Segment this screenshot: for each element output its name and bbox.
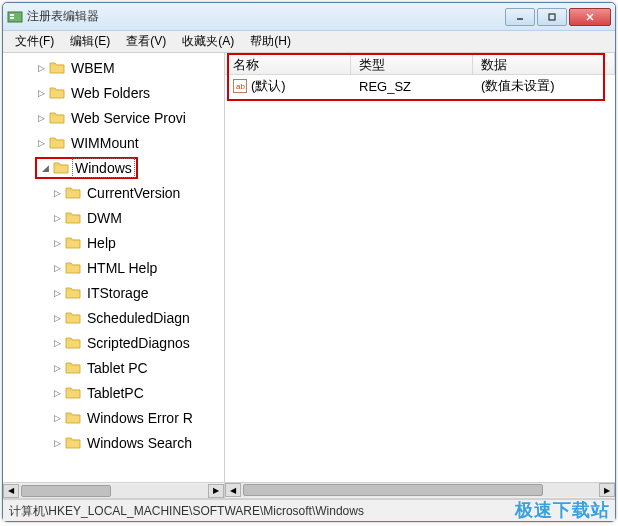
scroll-thumb[interactable] (243, 484, 543, 496)
svg-rect-1 (10, 14, 14, 16)
tree-item[interactable]: ▷WIMMount (3, 130, 224, 155)
window-controls (505, 8, 611, 26)
tree-item-label: TabletPC (85, 384, 146, 402)
expand-icon[interactable]: ▷ (35, 62, 47, 74)
scroll-right-arrow[interactable]: ▶ (599, 483, 615, 497)
folder-icon (65, 360, 81, 376)
tree-item-label: Windows Search (85, 434, 194, 452)
expand-icon[interactable]: ▷ (35, 87, 47, 99)
tree-item[interactable]: ▷ScheduledDiagn (3, 305, 224, 330)
folder-icon (65, 310, 81, 326)
maximize-button[interactable] (537, 8, 567, 26)
expand-icon[interactable]: ▷ (35, 137, 47, 149)
tree-pane: ▷WBEM▷Web Folders▷Web Service Provi▷WIMM… (3, 53, 225, 498)
tree-item[interactable]: ▷ScriptedDiagnos (3, 330, 224, 355)
menu-favorites[interactable]: 收藏夹(A) (174, 31, 242, 52)
tree-item[interactable]: ▷Web Service Provi (3, 105, 224, 130)
expand-icon[interactable]: ▷ (51, 387, 63, 399)
scroll-track[interactable] (241, 483, 599, 497)
close-button[interactable] (569, 8, 611, 26)
list-header: 名称 类型 数据 (225, 53, 615, 75)
scroll-thumb[interactable] (21, 485, 111, 497)
col-data[interactable]: 数据 (473, 53, 615, 74)
tree-item-label: ScriptedDiagnos (85, 334, 192, 352)
window-title: 注册表编辑器 (27, 8, 505, 25)
tree-item-label: Windows (73, 159, 134, 177)
collapse-icon[interactable]: ◢ (39, 162, 51, 174)
folder-icon (65, 335, 81, 351)
scroll-left-arrow[interactable]: ◀ (3, 484, 19, 498)
folder-icon (49, 85, 65, 101)
svg-rect-4 (549, 14, 555, 20)
cell-name: ab(默认) (225, 75, 351, 97)
svg-text:ab: ab (236, 82, 245, 91)
list-body[interactable]: ab(默认)REG_SZ(数值未设置) (225, 75, 615, 482)
titlebar[interactable]: 注册表编辑器 (3, 3, 615, 31)
tree-body[interactable]: ▷WBEM▷Web Folders▷Web Service Provi▷WIMM… (3, 53, 224, 482)
tree-item-label: Web Folders (69, 84, 152, 102)
col-name[interactable]: 名称 (225, 53, 351, 74)
tree-item[interactable]: ▷Windows Error R (3, 405, 224, 430)
tree-item[interactable]: ▷CurrentVersion (3, 180, 224, 205)
string-value-icon: ab (233, 79, 247, 93)
expand-icon[interactable]: ▷ (51, 337, 63, 349)
tree-item[interactable]: ▷ITStorage (3, 280, 224, 305)
expand-icon[interactable]: ▷ (51, 312, 63, 324)
app-icon (7, 9, 23, 25)
tree-item[interactable]: ▷Help (3, 230, 224, 255)
expand-icon[interactable]: ▷ (51, 362, 63, 374)
folder-icon (65, 260, 81, 276)
folder-icon (49, 110, 65, 126)
tree-item-label: Web Service Provi (69, 109, 188, 127)
expand-icon[interactable]: ▷ (51, 412, 63, 424)
statusbar: 计算机\HKEY_LOCAL_MACHINE\SOFTWARE\Microsof… (3, 499, 615, 521)
expand-icon[interactable]: ▷ (51, 287, 63, 299)
tree-item-label: Windows Error R (85, 409, 195, 427)
folder-icon (65, 210, 81, 226)
registry-editor-window: 注册表编辑器 文件(F) 编辑(E) 查看(V) 收藏夹(A) 帮助(H) ▷W… (2, 2, 616, 522)
folder-icon (53, 160, 69, 176)
expand-icon[interactable]: ▷ (51, 437, 63, 449)
expand-icon[interactable]: ▷ (51, 187, 63, 199)
tree-item-label: HTML Help (85, 259, 159, 277)
tree-item[interactable]: ▷TabletPC (3, 380, 224, 405)
highlight-annotation: ◢Windows (35, 157, 138, 179)
folder-icon (65, 285, 81, 301)
scroll-left-arrow[interactable]: ◀ (225, 483, 241, 497)
svg-rect-2 (10, 17, 14, 19)
menu-file[interactable]: 文件(F) (7, 31, 62, 52)
menu-help[interactable]: 帮助(H) (242, 31, 299, 52)
col-type[interactable]: 类型 (351, 53, 473, 74)
folder-icon (65, 385, 81, 401)
content-area: ▷WBEM▷Web Folders▷Web Service Provi▷WIMM… (3, 53, 615, 499)
expand-icon[interactable]: ▷ (51, 262, 63, 274)
folder-icon (65, 410, 81, 426)
scroll-track[interactable] (19, 484, 208, 498)
menu-edit[interactable]: 编辑(E) (62, 31, 118, 52)
tree-item[interactable]: ▷WBEM (3, 55, 224, 80)
expand-icon[interactable]: ▷ (51, 212, 63, 224)
tree-item[interactable]: ▷HTML Help (3, 255, 224, 280)
tree-item[interactable]: ◢Windows (3, 155, 224, 180)
list-row[interactable]: ab(默认)REG_SZ(数值未设置) (225, 75, 615, 97)
list-horizontal-scrollbar[interactable]: ◀ ▶ (225, 482, 615, 498)
minimize-button[interactable] (505, 8, 535, 26)
folder-icon (65, 185, 81, 201)
tree-item-label: Help (85, 234, 118, 252)
tree-item[interactable]: ▷DWM (3, 205, 224, 230)
tree-item-label: WIMMount (69, 134, 141, 152)
tree-item[interactable]: ▷Web Folders (3, 80, 224, 105)
tree-item[interactable]: ▷Windows Search (3, 430, 224, 455)
menu-view[interactable]: 查看(V) (118, 31, 174, 52)
tree-item-label: ScheduledDiagn (85, 309, 192, 327)
tree-item-label: WBEM (69, 59, 117, 77)
folder-icon (65, 435, 81, 451)
menubar: 文件(F) 编辑(E) 查看(V) 收藏夹(A) 帮助(H) (3, 31, 615, 53)
expand-icon[interactable]: ▷ (35, 112, 47, 124)
tree-item[interactable]: ▷Tablet PC (3, 355, 224, 380)
tree-item-label: CurrentVersion (85, 184, 182, 202)
tree-item-label: ITStorage (85, 284, 150, 302)
tree-horizontal-scrollbar[interactable]: ◀ ▶ (3, 482, 224, 498)
scroll-right-arrow[interactable]: ▶ (208, 484, 224, 498)
expand-icon[interactable]: ▷ (51, 237, 63, 249)
